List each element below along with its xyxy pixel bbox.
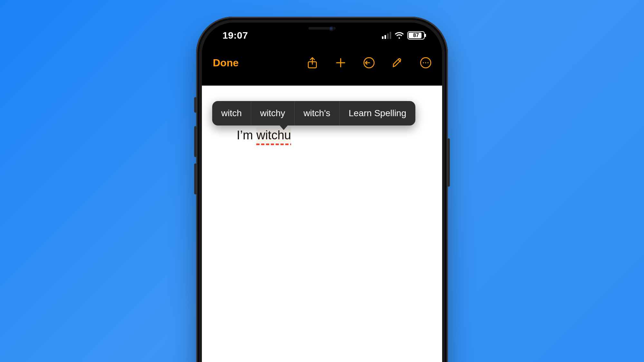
undo-icon[interactable]: [363, 57, 375, 69]
svg-point-4: [425, 62, 426, 63]
volume-up-button[interactable]: [194, 126, 197, 157]
brush-icon[interactable]: [391, 57, 403, 69]
notch: [279, 23, 365, 37]
done-button[interactable]: Done: [213, 57, 239, 69]
share-icon[interactable]: [306, 57, 318, 69]
battery-percent: 87: [408, 32, 424, 38]
add-icon[interactable]: [335, 57, 347, 69]
learn-spelling-button[interactable]: Learn Spelling: [340, 101, 415, 125]
volume-down-button[interactable]: [194, 163, 197, 194]
svg-point-5: [427, 62, 428, 63]
phone-screen: 19:07 87: [202, 23, 442, 362]
document-text[interactable]: I’m witchu: [237, 127, 429, 143]
battery-indicator: 87: [407, 31, 425, 40]
spelling-popover: witch witchy witch's Learn Spelling: [212, 101, 415, 125]
mute-switch[interactable]: [194, 97, 197, 113]
phone-frame: 19:07 87: [196, 17, 448, 362]
suggestion-item[interactable]: witchy: [251, 101, 294, 125]
front-camera: [329, 26, 334, 32]
status-right-cluster: 87: [382, 31, 425, 40]
wifi-icon: [394, 32, 404, 39]
status-time: 19:07: [223, 30, 248, 41]
svg-point-3: [423, 62, 424, 63]
nav-bar: Done: [202, 48, 442, 77]
text-prefix: I’m: [237, 128, 256, 142]
stage: 19:07 87: [0, 0, 644, 362]
document-area[interactable]: witch witchy witch's Learn Spelling I’m …: [202, 86, 442, 362]
cellular-signal-icon: [382, 32, 391, 39]
suggestion-item[interactable]: witch: [212, 101, 251, 125]
power-button[interactable]: [447, 138, 450, 187]
more-icon[interactable]: [420, 57, 432, 69]
nav-icon-group: [306, 57, 432, 69]
suggestion-item[interactable]: witch's: [295, 101, 339, 125]
